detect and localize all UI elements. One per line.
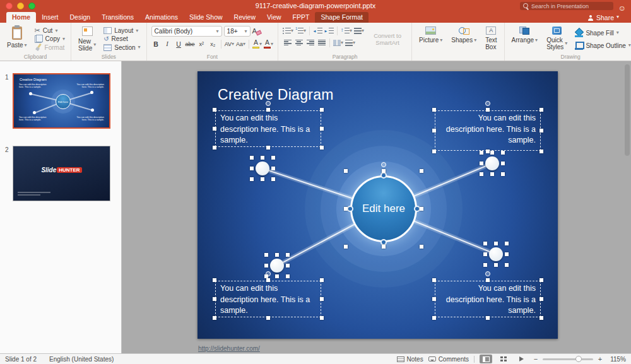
tab-home[interactable]: Home (6, 12, 36, 23)
format-painter-button[interactable]: Format (33, 44, 66, 52)
slide-title[interactable]: Creative Diagram (218, 86, 334, 103)
align-text-button[interactable] (345, 38, 355, 47)
rotation-handle[interactable] (266, 271, 271, 276)
slidehunter-link[interactable]: http://slidehunter.com/ (198, 345, 260, 352)
rotation-handle[interactable] (266, 101, 271, 106)
paste-button[interactable]: Paste (4, 26, 30, 52)
ribbon-group-slides: New Slide Layout Reset Section Slides (71, 23, 147, 61)
search-input[interactable]: Search in Presentation (520, 2, 613, 10)
section-button[interactable]: Section (102, 44, 141, 52)
convert-to-smartart-button[interactable]: Convert to SmartArt (368, 32, 407, 47)
shapes-button[interactable]: Shapes (449, 26, 479, 52)
rotation-handle[interactable] (381, 162, 386, 167)
slide-1-thumbnail-preview: Creative Diagram Edit here You can edit … (14, 74, 109, 127)
minimize-window-button[interactable] (17, 3, 24, 9)
share-button[interactable]: Share (587, 14, 623, 23)
layout-button[interactable]: Layout (102, 26, 141, 35)
connector-node-top-left[interactable] (256, 161, 269, 175)
decrease-indent-button[interactable] (313, 26, 322, 35)
zoom-out-button[interactable] (533, 356, 539, 363)
bullet-list-button[interactable] (283, 26, 293, 35)
connection-point-icon[interactable] (347, 206, 353, 212)
tab-insert[interactable]: Insert (36, 12, 64, 23)
slide-sorter-view-button[interactable] (497, 355, 510, 363)
tab-review[interactable]: Review (228, 12, 261, 23)
line-spacing-button[interactable] (341, 26, 352, 35)
zoom-in-button[interactable] (597, 356, 603, 363)
tab-view[interactable]: View (261, 12, 287, 23)
tab-fppt[interactable]: FPPT (287, 12, 316, 23)
reset-button[interactable]: Reset (102, 35, 141, 43)
arrange-button[interactable]: Arrange (509, 26, 541, 52)
tab-transitions[interactable]: Transitions (96, 12, 139, 23)
quick-styles-button[interactable]: Quick Styles (544, 26, 570, 52)
connection-point-icon[interactable] (414, 206, 420, 212)
picture-button[interactable]: Picture (416, 26, 445, 52)
copy-button[interactable]: Copy (33, 35, 66, 43)
shape-outline-button[interactable]: Shape Outline (574, 41, 631, 50)
description-textbox-bottom-left[interactable]: You can edit this description here. This… (215, 281, 321, 317)
notes-button[interactable]: Notes (397, 356, 423, 363)
new-slide-button[interactable]: New Slide (76, 26, 98, 52)
font-name-select[interactable]: Calibri (Body) (151, 26, 222, 37)
bold-button[interactable]: B (151, 39, 161, 49)
align-center-button[interactable] (294, 38, 304, 47)
numbered-list-button[interactable] (295, 26, 306, 35)
connection-point-icon[interactable] (380, 239, 387, 245)
font-size-select[interactable]: 18+ (224, 26, 251, 37)
tab-animations[interactable]: Animations (139, 12, 184, 23)
shape-fill-button[interactable]: Shape Fill (574, 28, 631, 37)
reset-icon (103, 35, 109, 42)
align-right-button[interactable] (305, 38, 315, 47)
tab-design[interactable]: Design (64, 12, 96, 23)
justify-button[interactable] (317, 38, 326, 47)
underline-button[interactable]: U (174, 39, 184, 49)
connector-node-bottom-right[interactable] (489, 247, 503, 261)
description-textbox-top-left[interactable]: You can edit this description here. This… (215, 110, 321, 147)
slide-canvas[interactable]: Creative Diagram (198, 71, 558, 339)
columns-button[interactable] (333, 38, 343, 47)
strikethrough-button[interactable]: abe (186, 39, 195, 49)
comments-button[interactable]: Comments (428, 356, 469, 363)
description-textbox-top-right[interactable]: You can edit this description here. This… (435, 110, 541, 151)
cut-button[interactable]: Cut (33, 26, 66, 35)
normal-view-button[interactable] (480, 355, 492, 363)
change-case-button[interactable]: Aa (236, 39, 245, 49)
chevron-down-icon (304, 28, 306, 33)
text-direction-button[interactable] (354, 26, 364, 35)
text-highlight-button[interactable]: A (252, 39, 262, 49)
slide-1-thumbnail[interactable]: Creative Diagram Edit here You can edit … (13, 73, 110, 129)
tab-slide-show[interactable]: Slide Show (184, 12, 228, 23)
language-indicator[interactable]: English (United States) (49, 356, 114, 363)
connection-point-icon[interactable] (380, 172, 387, 179)
mini-node (33, 111, 36, 114)
rotation-handle[interactable] (485, 101, 490, 106)
italic-button[interactable]: I (163, 39, 172, 49)
increase-indent-button[interactable] (324, 26, 334, 35)
slide-2-thumbnail[interactable]: Slide HUNTER (13, 146, 110, 201)
font-color-button[interactable]: A (264, 39, 273, 49)
superscript-button[interactable]: x² (197, 39, 206, 49)
text-box-button[interactable]: Text Box (483, 26, 499, 52)
chevron-down-icon (341, 40, 343, 45)
close-window-button[interactable] (6, 3, 13, 9)
slide-indicator: Slide 1 of 2 (5, 356, 37, 363)
vertical-scrollbar-thumb[interactable] (625, 64, 630, 156)
zoom-slider[interactable] (543, 358, 593, 360)
connector-node-top-right[interactable] (485, 156, 499, 170)
center-circle-shape[interactable]: Edit here (347, 172, 420, 245)
description-textbox-bottom-right[interactable]: You can edit this description here. This… (435, 281, 541, 317)
zoom-percentage[interactable]: 115% (608, 356, 626, 363)
chevron-down-icon (25, 43, 27, 48)
tab-shape-format[interactable]: Shape Format (315, 12, 369, 23)
clear-formatting-button[interactable] (252, 27, 261, 35)
rotation-handle[interactable] (485, 271, 490, 276)
align-left-button[interactable] (283, 38, 292, 47)
connector-node-bottom-left[interactable] (270, 259, 284, 273)
edit-here-circle[interactable]: Edit here (350, 175, 417, 242)
maximize-window-button[interactable] (28, 3, 35, 9)
slideshow-view-button[interactable] (515, 355, 528, 363)
zoom-slider-knob[interactable] (575, 356, 582, 362)
subscript-button[interactable]: x₂ (208, 39, 218, 49)
character-spacing-button[interactable]: AV (225, 39, 234, 49)
